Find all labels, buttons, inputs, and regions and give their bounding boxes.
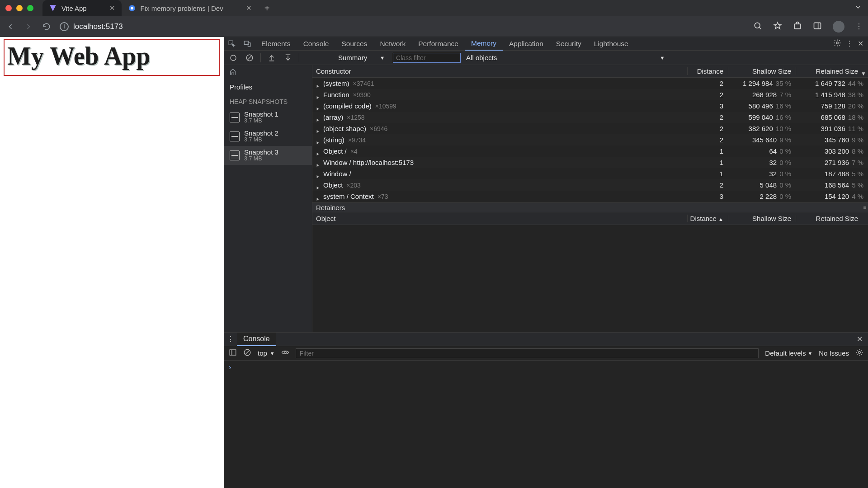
console-settings-icon[interactable] xyxy=(855,348,863,358)
side-panel-icon[interactable] xyxy=(813,21,822,32)
heap-row[interactable]: (compiled code)×105993580 49616 %759 128… xyxy=(312,100,868,112)
close-drawer-icon[interactable]: ✕ xyxy=(857,335,868,343)
console-body[interactable]: › xyxy=(224,361,868,488)
expand-icon[interactable] xyxy=(316,150,320,153)
inspect-element-icon[interactable] xyxy=(224,40,240,48)
issues-button[interactable]: No Issues xyxy=(819,349,849,357)
svg-point-1 xyxy=(131,7,133,9)
devtools-menu-button[interactable] xyxy=(846,40,853,48)
heap-row[interactable]: Function×93902268 9287 %1 415 94838 % xyxy=(312,89,868,100)
col-shallow-size[interactable]: Shallow Size xyxy=(728,215,796,222)
instance-count: ×73 xyxy=(377,193,388,200)
class-filter-input[interactable] xyxy=(393,53,461,63)
save-icon[interactable] xyxy=(283,52,293,63)
clear-console-icon[interactable] xyxy=(243,348,251,358)
drawer-menu-button[interactable] xyxy=(224,335,237,343)
col-retained-size[interactable]: Retained Size▼ xyxy=(796,67,868,75)
heap-row[interactable]: Object×20325 0480 %168 5645 % xyxy=(312,179,868,191)
memory-body: Profiles HEAP SNAPSHOTS Snapshot 13.7 MB… xyxy=(224,65,868,332)
close-icon[interactable]: ✕ xyxy=(109,4,115,12)
expand-icon[interactable] xyxy=(316,104,320,108)
browser-tab-active[interactable]: Vite App ✕ xyxy=(42,0,122,16)
expand-icon[interactable] xyxy=(316,195,320,198)
expand-icon[interactable] xyxy=(316,82,320,85)
tab-memory[interactable]: Memory xyxy=(465,37,503,51)
expand-icon[interactable] xyxy=(316,93,320,97)
tab-title: Vite App xyxy=(61,5,87,12)
tab-security[interactable]: Security xyxy=(550,37,588,51)
snapshot-item[interactable]: Snapshot 23.7 MB xyxy=(224,127,312,146)
chevron-down-icon[interactable] xyxy=(854,4,862,13)
record-icon[interactable] xyxy=(228,52,239,63)
drag-handle-icon[interactable]: ≡ xyxy=(863,205,866,210)
tab-lighthouse[interactable]: Lighthouse xyxy=(588,37,635,51)
reload-button[interactable] xyxy=(42,22,52,32)
svg-point-2 xyxy=(755,23,760,28)
browser-tab-inactive[interactable]: Fix memory problems | Dev ✕ xyxy=(122,0,258,16)
zoom-icon[interactable] xyxy=(753,21,762,32)
expand-icon[interactable] xyxy=(316,138,320,142)
tab-sources[interactable]: Sources xyxy=(335,37,374,51)
log-levels-select[interactable]: Default levels▼ xyxy=(765,349,812,357)
tab-network[interactable]: Network xyxy=(373,37,412,51)
window-close-button[interactable] xyxy=(5,5,12,11)
heap-row[interactable]: Window / http://localhost:51731320 %271 … xyxy=(312,157,868,168)
bookmark-icon[interactable] xyxy=(773,21,782,32)
expand-icon[interactable] xyxy=(316,127,320,131)
snapshot-item[interactable]: Snapshot 13.7 MB xyxy=(224,108,312,127)
expand-icon[interactable] xyxy=(316,172,320,176)
heap-row[interactable]: (object shape)×69462382 62010 %391 03611… xyxy=(312,123,868,134)
load-icon[interactable] xyxy=(266,52,277,63)
console-filter-input[interactable] xyxy=(296,348,759,358)
tab-elements[interactable]: Elements xyxy=(255,37,297,51)
object-filter-select[interactable]: All objects▼ xyxy=(466,54,665,61)
expand-icon[interactable] xyxy=(316,116,320,119)
address-bar[interactable]: i localhost:5173 xyxy=(60,22,123,31)
chrome-favicon-icon xyxy=(128,4,136,12)
forward-button[interactable] xyxy=(24,22,33,32)
drawer-tab-console[interactable]: Console xyxy=(237,333,276,346)
extensions-icon[interactable] xyxy=(793,21,802,32)
site-info-icon[interactable]: i xyxy=(60,22,69,31)
heap-row[interactable]: (string)×97342345 6409 %345 7609 % xyxy=(312,134,868,145)
heap-row[interactable]: Object /×41640 %303 2008 % xyxy=(312,145,868,157)
heap-row[interactable]: Window /1320 %187 4885 % xyxy=(312,168,868,179)
clear-icon[interactable] xyxy=(244,52,255,63)
tab-application[interactable]: Application xyxy=(503,37,550,51)
constructor-name: (system) xyxy=(323,80,349,87)
settings-icon[interactable] xyxy=(833,39,841,49)
col-distance[interactable]: Distance xyxy=(687,67,728,75)
col-constructor[interactable]: Constructor xyxy=(312,67,687,75)
window-minimize-button[interactable] xyxy=(16,5,23,11)
expand-icon[interactable] xyxy=(316,183,320,187)
sidebar-toggle-icon[interactable] xyxy=(229,348,237,358)
new-tab-button[interactable]: + xyxy=(258,3,276,14)
collect-garbage-icon[interactable] xyxy=(224,68,312,79)
tab-performance[interactable]: Performance xyxy=(412,37,465,51)
tab-console[interactable]: Console xyxy=(297,37,335,51)
view-mode-select[interactable]: Summary▼ xyxy=(335,54,387,61)
constructor-name: (object shape) xyxy=(323,125,366,132)
col-object[interactable]: Object xyxy=(312,215,687,222)
heap-row[interactable]: (array)×12582599 04016 %685 06818 % xyxy=(312,112,868,123)
back-button[interactable] xyxy=(5,22,15,32)
col-shallow-size[interactable]: Shallow Size xyxy=(728,67,796,75)
close-icon[interactable]: ✕ xyxy=(246,4,252,12)
heap-row[interactable]: (system)×3746121 294 98435 %1 649 73244 … xyxy=(312,78,868,89)
close-devtools-icon[interactable]: ✕ xyxy=(858,40,863,48)
context-select[interactable]: top▼ xyxy=(258,349,275,357)
heap-row[interactable]: system / Context×7332 2280 %154 1204 % xyxy=(312,191,868,202)
live-expression-icon[interactable] xyxy=(281,348,289,358)
snapshot-name: Snapshot 3 xyxy=(244,149,278,156)
snapshot-item[interactable]: Snapshot 33.7 MB xyxy=(224,146,312,165)
shallow-size-value: 1 294 98435 % xyxy=(728,80,796,87)
heap-table-pane: Constructor Distance Shallow Size Retain… xyxy=(312,65,868,332)
col-retained-size[interactable]: Retained Size xyxy=(796,215,868,222)
profile-avatar[interactable] xyxy=(833,21,844,33)
retainers-header[interactable]: Retainers ≡ xyxy=(312,202,868,212)
expand-icon[interactable] xyxy=(316,161,320,164)
chrome-menu-button[interactable] xyxy=(855,22,863,31)
col-distance[interactable]: Distance ▲ xyxy=(687,215,728,222)
window-zoom-button[interactable] xyxy=(27,5,33,11)
device-toolbar-icon[interactable] xyxy=(240,40,255,48)
